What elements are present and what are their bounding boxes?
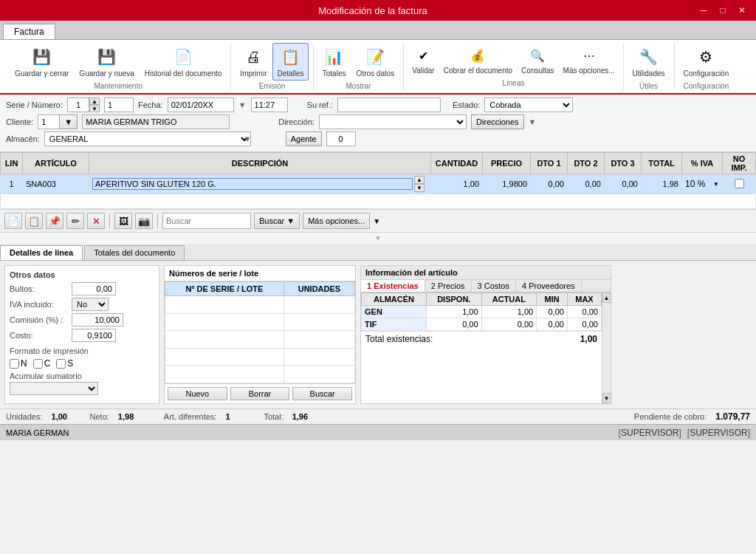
info-tab-precios[interactable]: 2 Precios	[425, 280, 472, 292]
info-articulo-panel: Información del artículo 1 Existencias 2…	[360, 265, 611, 404]
agente-button[interactable]: Agente	[286, 131, 322, 146]
serie-row-empty5	[165, 366, 355, 383]
info-tab-existencias[interactable]: 1 Existencias	[361, 280, 425, 292]
serie-row-empty	[165, 296, 355, 314]
more-options-ribbon-button[interactable]: ⋯ Más opciones...	[560, 43, 619, 78]
almacen-select[interactable]: GENERAL	[44, 131, 251, 146]
tab-detalles-linea[interactable]: Detalles de línea	[0, 245, 83, 260]
search-dropdown-button[interactable]: Buscar ▼	[254, 213, 300, 229]
tab-factura[interactable]: Factura	[3, 24, 55, 39]
minimize-button[interactable]: ─	[695, 4, 712, 17]
status-left: MARIA GERMAN	[6, 428, 619, 437]
otros-datos-title: Otros datos	[10, 270, 154, 279]
neto-label: Neto:	[90, 412, 109, 421]
noimp-checkbox[interactable]	[735, 179, 744, 188]
utilities-label: Utilidades	[633, 69, 665, 78]
edit-button[interactable]: ✏	[66, 213, 84, 229]
formato-n-label[interactable]: N	[10, 358, 27, 369]
acumular-select[interactable]	[10, 382, 98, 395]
serie-input[interactable]	[67, 98, 89, 112]
estado-select[interactable]: Cobrada	[484, 98, 573, 112]
restore-button[interactable]: □	[715, 4, 731, 17]
acumular-section: Acumular sumatorio	[10, 372, 154, 395]
descripcion-input[interactable]	[92, 178, 413, 190]
new-row-button[interactable]: 📄	[4, 213, 22, 229]
cobrar-button[interactable]: 💰 Cobrar el documento	[440, 43, 516, 78]
costo-input[interactable]	[72, 329, 116, 342]
buscar-serie-button[interactable]: Buscar	[292, 387, 352, 400]
paste-button[interactable]: 📌	[46, 213, 63, 229]
ribbon-group-mantenimiento: 💾 Guardar y cerrar 💾 Guardar y nueva 📄 H…	[6, 43, 231, 90]
group-mantenimiento-label: Mantenimiento	[94, 82, 142, 90]
serie-lote-panel: Números de serie / lote Nº DE SERIE / LO…	[164, 265, 356, 404]
formato-n-checkbox[interactable]	[10, 359, 19, 369]
info-scrollbar[interactable]: ▲ ▼	[602, 293, 611, 403]
delete-button[interactable]: ✕	[87, 213, 105, 229]
info-cell-max-1: 0,00	[567, 318, 601, 331]
print-button[interactable]: 🖨 Imprimir	[236, 43, 271, 81]
desc-up[interactable]: ▲	[414, 176, 425, 184]
copy-button[interactable]: 📋	[25, 213, 43, 229]
scroll-down-btn[interactable]: ▼	[602, 393, 611, 403]
history-icon: 📄	[171, 45, 195, 69]
close-button[interactable]: ✕	[734, 4, 750, 17]
formato-c-checkbox[interactable]	[33, 359, 43, 369]
hora-input[interactable]	[251, 98, 288, 112]
details-button[interactable]: 📋 Detalles	[272, 43, 308, 81]
cell-descripcion[interactable]: ▲ ▼	[89, 174, 431, 194]
other-data-button[interactable]: 📝 Otros datos	[352, 43, 399, 81]
info-tab-costos[interactable]: 3 Costos	[472, 280, 516, 292]
direcciones-button[interactable]: Direcciones	[471, 114, 523, 129]
borrar-button[interactable]: Borrar	[230, 387, 290, 400]
table-row-empty	[1, 194, 756, 209]
scroll-down-arrow[interactable]: ▼	[374, 234, 382, 242]
formato-c-label[interactable]: C	[33, 358, 51, 369]
iva-incluido-label: IVA incluido:	[10, 300, 69, 309]
utilities-button[interactable]: 🔧 Utilidades	[628, 43, 670, 81]
config-button[interactable]: ⚙ Configuración	[679, 43, 734, 81]
history-button[interactable]: 📄 Historial del documento	[140, 43, 227, 81]
serie-up-btn[interactable]: ▲	[89, 98, 100, 105]
photo-button[interactable]: 📷	[135, 213, 153, 229]
serie-down-btn[interactable]: ▼	[89, 105, 100, 112]
totals-icon: 📊	[323, 45, 346, 69]
numero-input[interactable]	[104, 98, 134, 112]
consults-button[interactable]: 🔍 Consultas	[518, 43, 557, 78]
formato-s-label[interactable]: S	[56, 358, 73, 369]
direccion-select[interactable]	[319, 114, 467, 129]
su-ref-input[interactable]	[337, 98, 441, 112]
scroll-up-btn[interactable]: ▲	[602, 293, 611, 303]
nuevo-button[interactable]: Nuevo	[168, 387, 227, 400]
table-search-input[interactable]	[162, 213, 251, 229]
more-options-table-button[interactable]: Más opciones...	[303, 213, 370, 229]
iva-incluido-select[interactable]: No Sí	[72, 298, 109, 311]
cell-noimp[interactable]	[723, 174, 756, 194]
table-row[interactable]: 1 SNA003 ▲ ▼ 1,00 1,9800 0,00 0,00 0,00	[1, 174, 756, 194]
more-options-arrow: ▼	[373, 217, 380, 225]
iva-dropdown[interactable]: ▼	[713, 181, 719, 188]
almacen-label: Almacén:	[6, 134, 40, 143]
bultos-input[interactable]	[72, 282, 116, 295]
cliente-id-input[interactable]	[38, 114, 60, 129]
serie-row-empty3	[165, 331, 355, 349]
info-tab-proveedores[interactable]: 4 Proveedores	[516, 280, 582, 292]
formato-s-checkbox[interactable]	[56, 359, 66, 369]
tab-totales-documento[interactable]: Totales del documento	[84, 245, 185, 260]
save-new-button[interactable]: 💾 Guardar y nueva	[75, 43, 139, 81]
totals-button[interactable]: 📊 Totales	[318, 43, 351, 81]
scroll-indicator: ▼	[0, 233, 756, 244]
cell-dto2: 0,00	[568, 174, 605, 194]
desc-down[interactable]: ▼	[414, 184, 425, 192]
supervisor-badge-1: [SUPERVISOR]	[619, 428, 681, 438]
cliente-dropdown-btn[interactable]: ▼	[59, 114, 78, 129]
agente-input[interactable]	[326, 131, 356, 146]
validate-button[interactable]: ✔ Validar	[408, 43, 438, 78]
comision-input[interactable]	[72, 313, 123, 326]
save-close-button[interactable]: 💾 Guardar y cerrar	[10, 43, 73, 81]
cell-iva: 10 % ▼	[682, 174, 723, 194]
image-button[interactable]: 🖼	[114, 213, 132, 229]
form-area: Serie / Número: ▲ ▼ Fecha: ▼ Su ref.: Es…	[0, 95, 756, 152]
consults-label: Consultas	[521, 66, 554, 75]
fecha-input[interactable]	[168, 98, 234, 112]
details-label: Detalles	[277, 69, 303, 78]
